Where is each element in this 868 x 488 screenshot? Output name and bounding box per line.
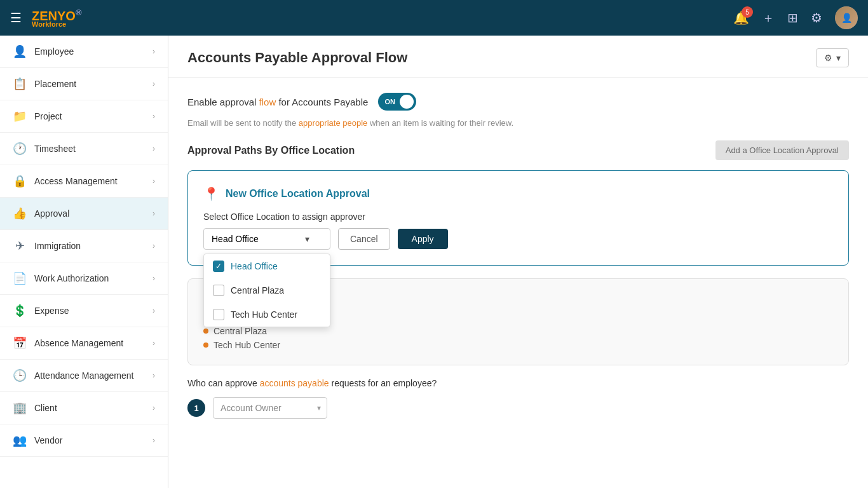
sidebar-label-timesheet: Timesheet	[34, 144, 76, 154]
top-navigation: ☰ ZENYO® Workforce 🔔 5 ＋ ⊞ ⚙ 👤	[0, 0, 868, 36]
cancel-button[interactable]: Cancel	[338, 228, 390, 250]
dropdown-option-tech-hub[interactable]: Tech Hub Center	[204, 302, 330, 327]
sidebar-item-project[interactable]: 📁 Project ›	[0, 100, 168, 133]
option-label-tech-hub: Tech Hub Center	[231, 309, 297, 320]
option-label-central-plaza: Central Plaza	[231, 285, 284, 295]
office-card-title: New Office Location Approval	[226, 188, 370, 200]
office-location-dropdown[interactable]: Head Office ▾ ✓ Head Office	[203, 228, 330, 250]
approver-dropdown[interactable]	[213, 397, 327, 419]
sidebar-label-immigration: Immigration	[34, 241, 81, 251]
hamburger-menu[interactable]: ☰	[10, 10, 22, 25]
chevron-work-auth: ›	[153, 274, 155, 283]
option-label-head-office: Head Office	[231, 261, 278, 271]
approver-row: 1 ▾ Account Owner	[187, 397, 849, 419]
settings-icon[interactable]: ⚙	[811, 10, 822, 25]
sidebar-label-vendor: Vendor	[34, 435, 62, 445]
office-dropdown-menu: ✓ Head Office Central Plaza	[203, 254, 330, 327]
placement-icon: 📋	[13, 77, 27, 91]
sidebar-item-vendor[interactable]: 👥 Vendor ›	[0, 424, 168, 457]
main-content: Accounts Payable Approval Flow ⚙ ▾ Enabl…	[168, 36, 868, 488]
client-icon: 🏢	[13, 401, 27, 415]
chevron-employee: ›	[153, 47, 155, 56]
sidebar-item-timesheet[interactable]: 🕐 Timesheet ›	[0, 133, 168, 165]
avatar-image: 👤	[835, 6, 858, 29]
sidebar-item-work-authorization[interactable]: 📄 Work Authorization ›	[0, 262, 168, 295]
expense-icon: 💲	[13, 304, 27, 318]
select-office-label: Select Office Location to assign approve…	[203, 212, 833, 222]
sidebar-label-approval: Approval	[34, 208, 69, 219]
sidebar-item-expense[interactable]: 💲 Expense ›	[0, 295, 168, 327]
sidebar-item-employee[interactable]: 👤 Employee ›	[0, 36, 168, 68]
chevron-immigration: ›	[153, 241, 155, 250]
office-card-header: 📍 New Office Location Approval	[203, 186, 833, 201]
chevron-vendor: ›	[153, 436, 155, 445]
bullet-dot-icon-3	[203, 342, 208, 348]
chevron-placement: ›	[153, 79, 155, 88]
add-icon[interactable]: ＋	[762, 10, 775, 27]
selected-office-text: Head Office	[212, 234, 259, 244]
sidebar-label-placement: Placement	[34, 79, 76, 89]
approval-icon: 👍	[13, 207, 27, 220]
sidebar-item-absence-management[interactable]: 📅 Absence Management ›	[0, 327, 168, 360]
email-notice: Email will be sent to notify the appropr…	[187, 118, 849, 128]
access-management-icon: 🔒	[13, 174, 27, 188]
settings-gear-icon: ⚙	[824, 53, 832, 63]
work-auth-icon: 📄	[13, 271, 27, 285]
vendor-icon: 👥	[13, 433, 27, 447]
timesheet-icon: 🕐	[13, 142, 27, 156]
chevron-client: ›	[153, 403, 155, 412]
sidebar-label-expense: Expense	[34, 306, 69, 316]
list-item-tech-hub: Tech Hub Center	[203, 338, 833, 352]
user-avatar[interactable]: 👤	[835, 6, 858, 29]
sidebar-label-absence-management: Absence Management	[34, 338, 123, 348]
approval-paths-header: Approval Paths By Office Location Add a …	[187, 140, 849, 160]
notification-badge: 5	[742, 6, 753, 18]
app-layout: 👤 Employee › 📋 Placement › 📁 Project › 🕐…	[0, 0, 868, 488]
location-pin-icon: 📍	[203, 186, 219, 201]
approver-select-wrap[interactable]: ▾ Account Owner	[213, 397, 327, 419]
chevron-absence: ›	[153, 339, 155, 348]
checkmark-icon: ✓	[215, 262, 222, 271]
attendance-icon: 🕒	[13, 369, 27, 383]
sidebar: 👤 Employee › 📋 Placement › 📁 Project › 🕐…	[0, 36, 168, 488]
logo-text: ZENYO® Workforce	[32, 8, 82, 29]
sidebar-label-employee: Employee	[34, 46, 74, 57]
immigration-icon: ✈	[13, 239, 27, 253]
toggle-on-label: ON	[384, 98, 395, 105]
add-office-location-button[interactable]: Add a Office Location Approval	[715, 140, 849, 160]
checkbox-central-plaza	[213, 285, 224, 296]
select-row: Head Office ▾ ✓ Head Office	[203, 228, 833, 250]
approval-toggle[interactable]: ON	[378, 93, 416, 111]
sidebar-item-attendance-management[interactable]: 🕒 Attendance Management ›	[0, 360, 168, 392]
page-title: Accounts Payable Approval Flow	[187, 50, 407, 66]
dropdown-option-central-plaza[interactable]: Central Plaza	[204, 278, 330, 302]
checkbox-head-office: ✓	[213, 261, 224, 272]
sidebar-item-immigration[interactable]: ✈ Immigration ›	[0, 230, 168, 262]
chevron-access-management: ›	[153, 177, 155, 186]
sidebar-label-project: Project	[34, 111, 62, 121]
grid-icon[interactable]: ⊞	[787, 10, 798, 25]
sidebar-label-work-authorization: Work Authorization	[34, 273, 109, 283]
settings-arrow-icon: ▾	[836, 53, 841, 63]
logo: ZENYO® Workforce	[32, 8, 82, 29]
settings-button[interactable]: ⚙ ▾	[816, 48, 849, 67]
sidebar-item-client[interactable]: 🏢 Client ›	[0, 392, 168, 424]
content-body: Enable approval flow for Accounts Payabl…	[168, 78, 868, 444]
enable-toggle-row: Enable approval flow for Accounts Payabl…	[187, 93, 849, 111]
chevron-timesheet: ›	[153, 144, 155, 153]
apply-button[interactable]: Apply	[398, 229, 448, 249]
notification-bell[interactable]: 🔔 5	[733, 10, 749, 25]
sidebar-label-attendance-management: Attendance Management	[34, 370, 133, 381]
checkbox-tech-hub	[213, 309, 224, 320]
sidebar-item-placement[interactable]: 📋 Placement ›	[0, 68, 168, 100]
enable-text: Enable approval flow for Accounts Payabl…	[187, 97, 368, 107]
absence-icon: 📅	[13, 336, 27, 350]
sidebar-label-client: Client	[34, 403, 57, 413]
bullet-dot-icon-2	[203, 329, 208, 334]
location-central-plaza: Central Plaza	[214, 326, 267, 336]
dropdown-option-head-office[interactable]: ✓ Head Office	[204, 254, 330, 278]
page-header: Accounts Payable Approval Flow ⚙ ▾	[168, 36, 868, 78]
sidebar-item-access-management[interactable]: 🔒 Access Management ›	[0, 165, 168, 198]
who-approve-text: Who can approve accounts payable request…	[187, 378, 849, 388]
sidebar-item-approval[interactable]: 👍 Approval ›	[0, 198, 168, 230]
